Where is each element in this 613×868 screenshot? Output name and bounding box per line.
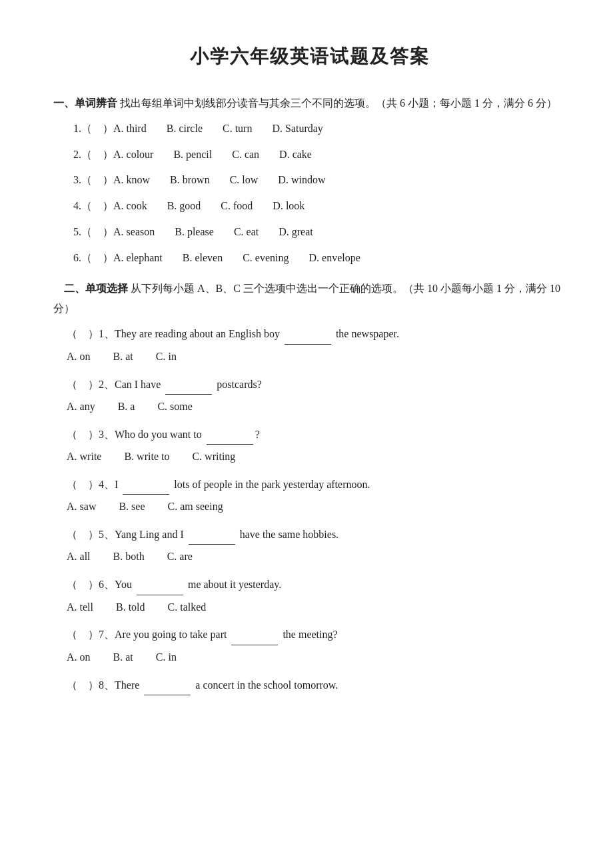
blank <box>165 394 212 395</box>
table-row: （ ）2、Can I have postcards? <box>53 375 566 395</box>
list-item: D. envelope <box>309 249 360 268</box>
list-item: A. third <box>113 119 147 139</box>
list-item: C. am seeing <box>168 501 223 512</box>
list-item: A. know <box>113 171 150 190</box>
list-item: B. write to <box>124 451 169 462</box>
s2-q4-question: （ ）4、I lots of people in the park yester… <box>67 475 566 495</box>
section2-instruction: 从下列每小题 A、B、C 三个选项中选出一个正确的选项。（共 10 小题每小题 … <box>53 283 560 314</box>
list-item: B. good <box>167 197 201 216</box>
list-item: D. look <box>273 197 305 216</box>
list-item: C. in <box>156 351 177 362</box>
list-item: A. saw <box>67 501 96 512</box>
s2-q1-question: （ ）1、They are reading about an English b… <box>67 324 566 344</box>
list-item: B. eleven <box>183 249 223 268</box>
table-row: （ ）5、Yang Ling and I have the same hobbi… <box>53 525 566 545</box>
list-item: B. at <box>113 351 133 362</box>
list-item: A. season <box>113 223 155 242</box>
table-row: （ ）6、You me about it yesterday. <box>53 575 566 595</box>
list-item: C. low <box>230 171 259 190</box>
list-item: A. any <box>67 401 95 412</box>
list-item: A. on <box>67 651 91 663</box>
section1-instruction: 找出每组单词中划线部分读音与其余三个不同的选项。（共 6 小题；每小题 1 分，… <box>120 97 557 109</box>
q5-num: 5.（ ） <box>73 223 113 242</box>
table-row: 4.（ ） A. cook B. good C. food D. look <box>53 197 566 216</box>
q3-options: A. know B. brown C. low D. window <box>113 171 325 190</box>
q5-options: A. season B. please C. eat D. great <box>113 223 313 242</box>
list-item: A. write <box>67 451 101 462</box>
q4-num: 4.（ ） <box>73 197 113 216</box>
table-row: 1.（ ） A. third B. circle C. turn D. Satu… <box>53 119 566 139</box>
list-item: C. food <box>221 197 253 216</box>
table-row: （ ）3、Who do you want to ? <box>53 425 566 445</box>
list-item: D. great <box>279 223 313 242</box>
q6-num: 6.（ ） <box>73 249 113 268</box>
section1-number: 一、 <box>53 97 75 109</box>
list-item: A. tell <box>67 601 93 613</box>
list-item: A. elephant <box>113 249 163 268</box>
list-item: D. cake <box>279 145 312 165</box>
table-row: （ ）7、Are you going to take part the meet… <box>53 625 566 645</box>
list-item: B. a <box>118 401 135 412</box>
list-item: B. pencil <box>173 145 212 165</box>
list-item: C. eat <box>234 223 259 242</box>
blank <box>231 645 278 645</box>
table-row: 2.（ ） A. colour B. pencil C. can D. cake <box>53 145 566 165</box>
q2-options: A. colour B. pencil C. can D. cake <box>113 145 312 165</box>
blank <box>189 544 235 545</box>
q1-num: 1.（ ） <box>73 119 113 139</box>
s2-q6-options: A. tell B. told C. talked <box>53 598 566 617</box>
section1-questions: 1.（ ） A. third B. circle C. turn D. Satu… <box>53 119 566 268</box>
list-item: B. at <box>113 651 133 663</box>
list-item: D. Saturday <box>272 119 322 139</box>
table-row: 3.（ ） A. know B. brown C. low D. window <box>53 171 566 190</box>
list-item: C. can <box>232 145 259 165</box>
section2-header: 二、单项选择 从下列每小题 A、B、C 三个选项中选出一个正确的选项。（共 10… <box>53 279 566 319</box>
q4-options: A. cook B. good C. food D. look <box>113 197 305 216</box>
s2-q3-options: A. write B. write to C. writing <box>53 447 566 467</box>
list-item: A. all <box>67 551 91 562</box>
list-item: C. talked <box>168 601 207 613</box>
section2-number: 二、 <box>64 283 85 294</box>
list-item: C. turn <box>223 119 252 139</box>
s2-q5-question: （ ）5、Yang Ling and I have the same hobbi… <box>67 525 566 545</box>
list-item: C. writing <box>192 451 235 462</box>
blank <box>207 444 253 445</box>
blank <box>144 695 191 695</box>
section2-questions: （ ）1、They are reading about an English b… <box>53 324 566 695</box>
q6-options: A. elephant B. eleven C. evening D. enve… <box>113 249 360 268</box>
q1-options: A. third B. circle C. turn D. Saturday <box>113 119 323 139</box>
section1-header: 一、单词辨音 找出每组单词中划线部分读音与其余三个不同的选项。（共 6 小题；每… <box>53 93 566 113</box>
list-item: B. told <box>116 601 145 613</box>
list-item: A. cook <box>113 197 147 216</box>
table-row: （ ）1、They are reading about an English b… <box>53 324 566 344</box>
blank <box>285 344 331 345</box>
list-item: B. brown <box>170 171 210 190</box>
section1-title: 单词辨音 <box>75 97 117 109</box>
list-item: B. circle <box>167 119 203 139</box>
blank <box>137 595 183 595</box>
list-item: B. both <box>113 551 145 562</box>
table-row: （ ）8、There a concert in the school tomor… <box>53 675 566 695</box>
q3-num: 3.（ ） <box>73 171 113 190</box>
section2-title: 单项选择 <box>85 283 128 294</box>
s2-q1-options: A. on B. at C. in <box>53 347 566 367</box>
s2-q7-question: （ ）7、Are you going to take part the meet… <box>67 625 566 645</box>
s2-q3-question: （ ）3、Who do you want to ? <box>67 425 566 445</box>
blank <box>123 494 169 495</box>
table-row: 5.（ ） A. season B. please C. eat D. grea… <box>53 223 566 242</box>
s2-q4-options: A. saw B. see C. am seeing <box>53 497 566 517</box>
list-item: C. in <box>156 651 177 663</box>
table-row: 6.（ ） A. elephant B. eleven C. evening D… <box>53 249 566 268</box>
s2-q7-options: A. on B. at C. in <box>53 648 566 667</box>
list-item: A. on <box>67 351 91 362</box>
s2-q2-question: （ ）2、Can I have postcards? <box>67 375 566 395</box>
s2-q6-question: （ ）6、You me about it yesterday. <box>67 575 566 595</box>
list-item: A. colour <box>113 145 153 165</box>
table-row: （ ）4、I lots of people in the park yester… <box>53 475 566 495</box>
list-item: D. window <box>278 171 325 190</box>
list-item: B. please <box>175 223 214 242</box>
s2-q8-question: （ ）8、There a concert in the school tomor… <box>67 675 566 695</box>
page-title: 小学六年级英语试题及答案 <box>53 40 566 73</box>
list-item: C. some <box>157 401 192 412</box>
s2-q2-options: A. any B. a C. some <box>53 397 566 417</box>
